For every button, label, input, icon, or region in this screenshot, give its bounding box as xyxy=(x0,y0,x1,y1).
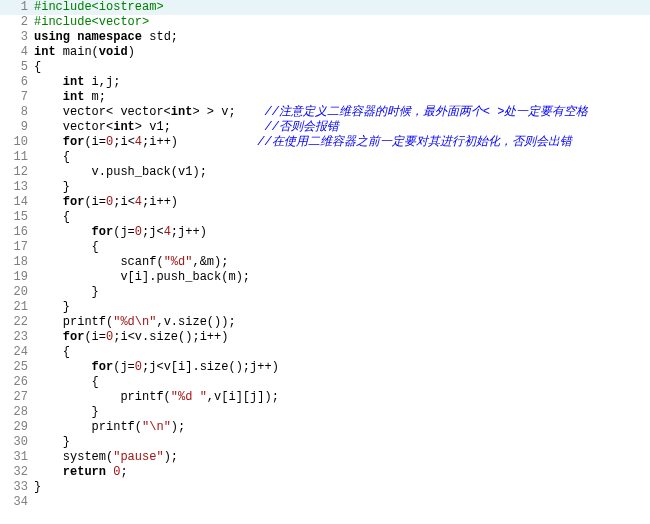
code-content: { xyxy=(34,345,650,360)
code-token: (i= xyxy=(84,330,106,344)
code-token: ,&m); xyxy=(192,255,228,269)
code-token: 4 xyxy=(135,135,142,149)
code-line: 9 vector<int> v1; //否则会报错 xyxy=(0,120,650,135)
line-number: 5 xyxy=(0,60,34,75)
code-token: int xyxy=(171,105,193,119)
code-token: m; xyxy=(84,90,106,104)
code-content: using namespace std; xyxy=(34,30,650,45)
code-line: 14 for(i=0;i<4;i++) xyxy=(0,195,650,210)
code-token: { xyxy=(34,240,99,254)
code-token: ); xyxy=(164,450,178,464)
code-token: } xyxy=(34,480,41,494)
code-content: int main(void) xyxy=(34,45,650,60)
line-number: 4 xyxy=(0,45,34,60)
code-line: 33} xyxy=(0,480,650,495)
code-token xyxy=(34,90,63,104)
code-token: 4 xyxy=(135,195,142,209)
code-content: { xyxy=(34,60,650,75)
code-line: 27 printf("%d ",v[i][j]); xyxy=(0,390,650,405)
code-token: //在使用二维容器之前一定要对其进行初始化，否则会出错 xyxy=(257,135,571,149)
code-token: } xyxy=(34,285,99,299)
code-token: 0 xyxy=(135,360,142,374)
line-number: 19 xyxy=(0,270,34,285)
code-token: printf( xyxy=(34,420,142,434)
code-line: 1#include<iostream> xyxy=(0,0,650,15)
line-number: 10 xyxy=(0,135,34,150)
code-token: //注意定义二维容器的时候，最外面两个< >处一定要有空格 xyxy=(264,105,588,119)
code-line: 24 { xyxy=(0,345,650,360)
code-line: 19 v[i].push_back(m); xyxy=(0,270,650,285)
code-line: 31 system("pause"); xyxy=(0,450,650,465)
code-content: for(i=0;i<v.size();i++) xyxy=(34,330,650,345)
line-number: 34 xyxy=(0,495,34,510)
line-number: 18 xyxy=(0,255,34,270)
code-line: 17 { xyxy=(0,240,650,255)
line-number: 28 xyxy=(0,405,34,420)
line-number: 7 xyxy=(0,90,34,105)
code-token: int xyxy=(34,45,56,59)
code-content: } xyxy=(34,405,650,420)
code-token: main( xyxy=(56,45,99,59)
code-token xyxy=(34,75,63,89)
code-content: } xyxy=(34,300,650,315)
code-token: { xyxy=(34,210,70,224)
code-token: (j= xyxy=(113,225,135,239)
line-number: 13 xyxy=(0,180,34,195)
code-token: (i= xyxy=(84,195,106,209)
code-token xyxy=(34,195,63,209)
line-number: 31 xyxy=(0,450,34,465)
code-content: { xyxy=(34,150,650,165)
code-token: > v1; xyxy=(135,120,265,134)
code-token: (i= xyxy=(84,135,106,149)
code-line: 15 { xyxy=(0,210,650,225)
code-token: { xyxy=(34,345,70,359)
line-number: 9 xyxy=(0,120,34,135)
line-number: 29 xyxy=(0,420,34,435)
code-line: 13 } xyxy=(0,180,650,195)
code-token: ;j<v[i].size();j++) xyxy=(142,360,279,374)
code-token: void xyxy=(99,45,128,59)
code-content: } xyxy=(34,480,650,495)
code-line: 3using namespace std; xyxy=(0,30,650,45)
code-line: 30 } xyxy=(0,435,650,450)
code-content: printf("\n"); xyxy=(34,420,650,435)
code-token: //否则会报错 xyxy=(264,120,338,134)
code-content: } xyxy=(34,435,650,450)
code-token: > > v; xyxy=(192,105,264,119)
line-number: 30 xyxy=(0,435,34,450)
code-content: int m; xyxy=(34,90,650,105)
line-number: 21 xyxy=(0,300,34,315)
code-editor: 1#include<iostream>2#include<vector>3usi… xyxy=(0,0,650,510)
code-content: vector< vector<int> > v; //注意定义二维容器的时候，最… xyxy=(34,105,650,120)
code-token: ; xyxy=(120,465,127,479)
code-content: for(j=0;j<4;j++) xyxy=(34,225,650,240)
code-token: for xyxy=(63,195,85,209)
code-line: 26 { xyxy=(0,375,650,390)
code-line: 32 return 0; xyxy=(0,465,650,480)
line-number: 33 xyxy=(0,480,34,495)
code-content: vector<int> v1; //否则会报错 xyxy=(34,120,650,135)
code-token: vector< xyxy=(34,120,113,134)
code-content: scanf("%d",&m); xyxy=(34,255,650,270)
code-token: return xyxy=(63,465,106,479)
line-number: 14 xyxy=(0,195,34,210)
line-number: 2 xyxy=(0,15,34,30)
code-token: "%d\n" xyxy=(113,315,156,329)
code-token: std; xyxy=(142,30,178,44)
code-line: 4int main(void) xyxy=(0,45,650,60)
code-token: { xyxy=(34,375,99,389)
line-number: 1 xyxy=(0,0,34,15)
code-content: for(j=0;j<v[i].size();j++) xyxy=(34,360,650,375)
code-token: ;i<v.size();i++) xyxy=(113,330,228,344)
code-line: 23 for(i=0;i<v.size();i++) xyxy=(0,330,650,345)
code-content: { xyxy=(34,240,650,255)
code-token: "%d" xyxy=(164,255,193,269)
code-token: ;j< xyxy=(142,225,164,239)
line-number: 17 xyxy=(0,240,34,255)
code-token: (j= xyxy=(113,360,135,374)
code-token: } xyxy=(34,435,70,449)
code-content: for(i=0;i<4;i++) xyxy=(34,195,650,210)
code-token: { xyxy=(34,150,70,164)
code-content: { xyxy=(34,210,650,225)
code-token: system( xyxy=(34,450,113,464)
